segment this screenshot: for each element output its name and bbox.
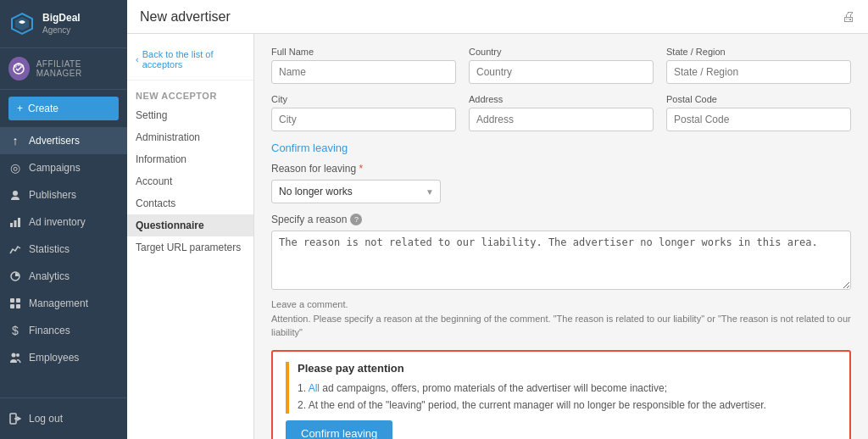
sidebar-item-campaigns[interactable]: ◎ Campaigns: [0, 154, 127, 181]
svg-point-2: [20, 64, 24, 68]
sidebar-footer: Log out: [0, 397, 127, 439]
left-nav: ‹ Back to the list of acceptors New Acce…: [127, 34, 254, 439]
logout-label: Log out: [29, 413, 63, 425]
full-name-input[interactable]: [271, 60, 456, 84]
logo-icon: [8, 10, 36, 37]
full-name-label: Full Name: [271, 47, 456, 57]
sidebar-item-campaigns-label: Campaigns: [29, 162, 81, 174]
plus-icon: +: [17, 103, 23, 114]
attention-title: Please pay attention: [298, 362, 837, 375]
logo-text-line2: Agency: [42, 25, 81, 36]
attention-list: 1. All ad campaigns, offers, promo mater…: [298, 380, 837, 414]
analytics-icon: [8, 270, 22, 283]
back-link-text: Back to the list of acceptors: [142, 49, 245, 69]
address-input[interactable]: [469, 108, 654, 131]
sidebar-item-ad-inventory-label: Ad inventory: [29, 216, 86, 228]
employees-icon: [8, 351, 22, 364]
reason-label: Reason for leaving *: [271, 163, 851, 175]
sidebar-item-analytics[interactable]: Analytics: [0, 263, 127, 290]
svg-point-13: [12, 353, 16, 358]
left-nav-account[interactable]: Account: [127, 170, 253, 192]
svg-point-14: [16, 353, 19, 357]
statistics-icon: [8, 242, 22, 256]
sidebar-item-finances-label: Finances: [29, 325, 70, 336]
postal-label: Postal Code: [666, 94, 851, 104]
country-group: Country: [469, 47, 654, 84]
back-link[interactable]: ‹ Back to the list of acceptors: [127, 42, 253, 81]
logout-item[interactable]: Log out: [0, 405, 127, 432]
form-row-2: City Address Postal Code: [271, 94, 851, 131]
svg-rect-7: [18, 218, 20, 227]
svg-point-4: [13, 191, 18, 196]
sidebar-item-management-label: Management: [29, 297, 88, 309]
comment-note: Leave a comment. Attention. Please speci…: [271, 297, 851, 340]
sidebar-item-finances[interactable]: $ Finances: [0, 317, 127, 344]
sidebar-item-ad-inventory[interactable]: Ad inventory: [0, 208, 127, 236]
publishers-icon: [8, 188, 22, 202]
reason-select-wrapper: No longer works ▼: [271, 180, 441, 203]
svg-rect-9: [10, 298, 14, 303]
svg-rect-12: [16, 304, 20, 308]
attention-content: Please pay attention 1. All ad campaigns…: [286, 362, 837, 414]
topbar: New advertiser 🖨: [127, 0, 868, 34]
svg-rect-11: [10, 304, 14, 308]
city-group: City: [271, 94, 456, 131]
logo-text-line1: BigDeal: [42, 12, 81, 25]
page-title: New advertiser: [140, 9, 231, 25]
state-input[interactable]: [666, 60, 851, 84]
city-input[interactable]: [271, 108, 456, 131]
confirm-leaving-button[interactable]: Confirm leaving: [286, 420, 392, 439]
logout-icon: [8, 412, 22, 425]
print-icon[interactable]: 🖨: [842, 9, 855, 25]
sidebar-nav: ↑ Advertisers ◎ Campaigns Publishers Ad …: [0, 127, 127, 397]
sidebar-item-statistics[interactable]: Statistics: [0, 236, 127, 263]
svg-rect-6: [14, 220, 17, 227]
attention-item-1: 1. All ad campaigns, offers, promo mater…: [298, 380, 837, 397]
left-nav-information[interactable]: Information: [127, 148, 253, 170]
postal-input[interactable]: [666, 108, 851, 131]
sidebar-item-statistics-label: Statistics: [29, 243, 70, 255]
country-input[interactable]: [469, 60, 654, 84]
create-button[interactable]: + Create: [8, 97, 119, 120]
svg-rect-5: [10, 223, 13, 227]
state-group: State / Region: [666, 47, 851, 84]
affiliate-icon: [8, 57, 30, 81]
left-nav-setting[interactable]: Setting: [127, 104, 253, 126]
address-label: Address: [469, 94, 654, 104]
sidebar-item-advertisers[interactable]: ↑ Advertisers: [0, 127, 127, 154]
sidebar-item-publishers[interactable]: Publishers: [0, 181, 127, 208]
sidebar-item-employees-label: Employees: [29, 352, 79, 364]
attention-box: Please pay attention 1. All ad campaigns…: [271, 350, 851, 440]
sidebar-item-advertisers-label: Advertisers: [29, 135, 80, 147]
attention-item-2: 2. At the end of the "leaving" period, t…: [298, 397, 837, 414]
left-nav-administration[interactable]: Administration: [127, 126, 253, 148]
finances-icon: $: [8, 324, 22, 337]
sidebar-item-analytics-label: Analytics: [29, 270, 70, 282]
sidebar: BigDeal Agency AFFILIATE MANAGER + Creat…: [0, 0, 127, 439]
left-nav-target-url[interactable]: Target URL parameters: [127, 236, 253, 258]
city-label: City: [271, 94, 456, 104]
left-nav-questionnaire[interactable]: Questionnaire: [127, 214, 253, 236]
content-area: ‹ Back to the list of acceptors New Acce…: [127, 34, 868, 439]
reason-select[interactable]: No longer works: [271, 180, 441, 203]
state-label: State / Region: [666, 47, 851, 57]
sidebar-item-employees[interactable]: Employees: [0, 344, 127, 371]
campaigns-icon: ◎: [8, 161, 22, 175]
full-name-group: Full Name: [271, 47, 456, 84]
left-nav-contacts[interactable]: Contacts: [127, 192, 253, 214]
management-icon: [8, 297, 22, 310]
reason-textarea[interactable]: [271, 231, 851, 290]
logo: BigDeal Agency: [0, 0, 127, 48]
back-arrow-icon: ‹: [136, 54, 139, 64]
confirm-leaving-link[interactable]: Confirm leaving: [271, 142, 851, 154]
main-content: New advertiser 🖨 ‹ Back to the list of a…: [127, 0, 868, 439]
advertisers-icon: ↑: [8, 134, 22, 147]
info-icon[interactable]: ?: [350, 214, 362, 225]
form-row-1: Full Name Country State / Region: [271, 47, 851, 84]
sidebar-item-management[interactable]: Management: [0, 290, 127, 317]
postal-group: Postal Code: [666, 94, 851, 131]
country-label: Country: [469, 47, 654, 57]
svg-point-3: [17, 63, 20, 66]
address-group: Address: [469, 94, 654, 131]
create-label: Create: [28, 103, 58, 114]
